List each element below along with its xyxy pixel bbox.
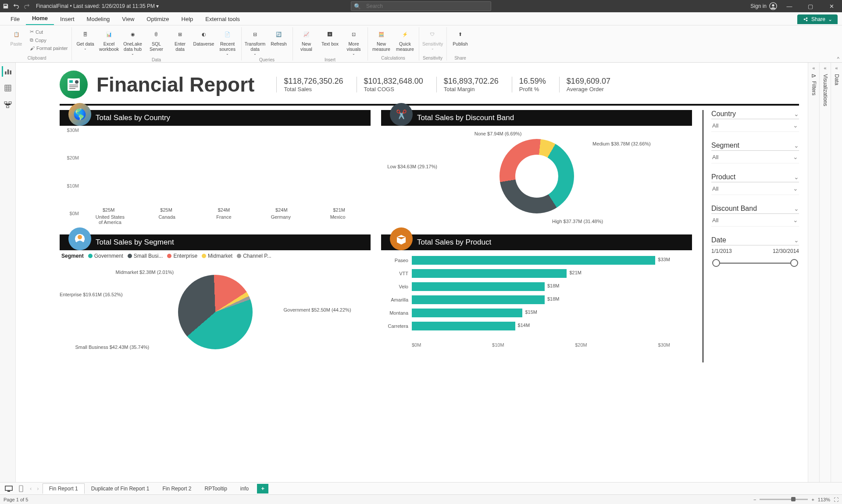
maximize-button[interactable]: ▢ bbox=[802, 0, 819, 12]
page-tab[interactable]: Duplicate of Fin Report 1 bbox=[85, 483, 156, 494]
tab-insert[interactable]: Insert bbox=[54, 13, 81, 25]
svg-rect-4 bbox=[10, 71, 11, 75]
format-painter-button[interactable]: 🖌Format painter bbox=[29, 45, 69, 52]
paste-button[interactable]: 📋Paste bbox=[5, 27, 27, 47]
chevron-down-icon[interactable] bbox=[794, 205, 799, 213]
filters-pane[interactable]: «∇Filters bbox=[808, 63, 819, 482]
enter-data-button[interactable]: ⊞Enter data bbox=[169, 27, 191, 53]
page-tab[interactable]: RPTooltip bbox=[198, 483, 233, 494]
next-page-button[interactable]: › bbox=[35, 485, 40, 492]
chevron-left-icon: « bbox=[835, 65, 838, 71]
mobile-layout-icon[interactable] bbox=[16, 484, 26, 493]
slicer-segment[interactable]: Segment All bbox=[711, 142, 799, 163]
tab-external[interactable]: External tools bbox=[199, 13, 246, 25]
tab-optimize[interactable]: Optimize bbox=[140, 13, 175, 25]
tab-view[interactable]: View bbox=[116, 13, 140, 25]
page-tab[interactable]: Fin Report 2 bbox=[156, 483, 198, 494]
zoom-in-button[interactable]: + bbox=[811, 497, 814, 502]
cut-button[interactable]: ✂Cut bbox=[29, 28, 69, 35]
page-tab[interactable]: info bbox=[234, 483, 255, 494]
ribbon-tabs: File Home Insert Modeling View Optimize … bbox=[0, 12, 842, 25]
quick-measure-button[interactable]: ⚡Quick measure bbox=[394, 27, 416, 53]
chevron-down-icon[interactable] bbox=[793, 217, 798, 224]
new-visual-button[interactable]: 📈New visual bbox=[296, 27, 318, 53]
enter-data-icon: ⊞ bbox=[174, 28, 186, 40]
slider-handle-right[interactable] bbox=[790, 259, 798, 267]
recent-sources-button[interactable]: 📄Recent sources⌄ bbox=[217, 27, 239, 57]
chart-country[interactable]: $0M$10M$20M$30M$25M$25M$24M$24M$21MUnite… bbox=[60, 126, 371, 227]
save-icon[interactable] bbox=[2, 2, 10, 10]
chevron-down-icon[interactable] bbox=[794, 236, 799, 244]
text-box-button[interactable]: 🅰Text box bbox=[319, 27, 341, 47]
date-slider[interactable] bbox=[711, 257, 799, 269]
panel-discount[interactable]: ✂️ Total Sales by Discount Band Medium $… bbox=[381, 110, 692, 227]
sql-icon: 🛢 bbox=[150, 28, 163, 40]
data-view-icon[interactable] bbox=[3, 83, 13, 93]
chevron-down-icon[interactable] bbox=[794, 173, 799, 181]
text-icon: 🅰 bbox=[324, 28, 336, 40]
status-bar: Page 1 of 5 − + 113% ⛶ bbox=[0, 494, 842, 504]
sensitivity-button[interactable]: 🛡Sensitivity⌄ bbox=[422, 27, 444, 51]
sql-button[interactable]: 🛢SQL Server bbox=[146, 27, 168, 53]
fit-page-button[interactable]: ⛶ bbox=[834, 497, 838, 502]
slider-handle-left[interactable] bbox=[712, 259, 720, 267]
get-data-button[interactable]: 🗄Get data⌄ bbox=[75, 27, 96, 51]
new-measure-button[interactable]: 🧮New measure bbox=[371, 27, 392, 53]
tab-home[interactable]: Home bbox=[26, 12, 54, 25]
onelake-button[interactable]: ◉OneLake data hub⌄ bbox=[122, 27, 144, 57]
add-page-button[interactable]: + bbox=[257, 484, 268, 493]
chevron-down-icon[interactable] bbox=[793, 153, 798, 160]
desktop-layout-icon[interactable] bbox=[4, 484, 14, 493]
close-button[interactable]: ✕ bbox=[823, 0, 840, 12]
report-view-icon[interactable] bbox=[2, 66, 12, 77]
excel-button[interactable]: 📊Excel workbook bbox=[98, 27, 120, 53]
zoom-slider[interactable] bbox=[760, 499, 808, 500]
visualizations-pane[interactable]: «Visualizations bbox=[819, 63, 831, 482]
panel-segment[interactable]: Total Sales by Segment SegmentGovernment… bbox=[60, 234, 371, 362]
slicer-country[interactable]: Country All bbox=[711, 110, 799, 132]
tab-file[interactable]: File bbox=[4, 13, 26, 25]
database-icon: 🗄 bbox=[79, 28, 92, 40]
chevron-down-icon[interactable] bbox=[794, 142, 799, 149]
chart-discount[interactable]: Medium $38.78M (32.66%)High $37.37M (31.… bbox=[381, 126, 692, 227]
signin-button[interactable]: Sign in bbox=[750, 2, 777, 10]
more-visuals-button[interactable]: ⊡More visuals⌄ bbox=[343, 27, 365, 57]
ribbon-collapse-button[interactable]: ^ bbox=[837, 56, 839, 61]
search-input[interactable] bbox=[364, 3, 491, 9]
panel-discount-title: Total Sales by Discount Band bbox=[417, 114, 514, 122]
dataverse-button[interactable]: ◐Dataverse bbox=[193, 27, 215, 47]
search-icon: 🔍 bbox=[351, 3, 364, 10]
model-view-icon[interactable] bbox=[3, 99, 13, 110]
publish-button[interactable]: ⬆Publish bbox=[450, 27, 471, 47]
transform-button[interactable]: ⊟Transform data⌄ bbox=[244, 27, 266, 57]
share-button[interactable]: Share ⌄ bbox=[797, 14, 838, 24]
panel-country[interactable]: 🌎 Total Sales by Country $0M$10M$20M$30M… bbox=[60, 110, 371, 227]
refresh-button[interactable]: 🔄Refresh bbox=[268, 27, 290, 47]
report-canvas[interactable]: Financial Report $118,726,350.26Total Sa… bbox=[16, 63, 808, 482]
brush-icon: 🖌 bbox=[30, 46, 35, 51]
chart-product[interactable]: Paseo$33MVTT$21MVelo$18MAmarilla$18MMont… bbox=[381, 250, 692, 351]
copy-button[interactable]: ⧉Copy bbox=[29, 36, 69, 44]
chevron-down-icon[interactable] bbox=[794, 110, 799, 118]
redo-icon[interactable] bbox=[23, 2, 31, 10]
panel-product[interactable]: Total Sales by Product Paseo$33MVTT$21MV… bbox=[381, 234, 692, 362]
zoom-out-button[interactable]: − bbox=[753, 497, 756, 502]
search-box[interactable]: 🔍 bbox=[351, 1, 491, 11]
undo-icon[interactable] bbox=[12, 2, 20, 10]
left-rail bbox=[0, 63, 16, 482]
minimize-button[interactable]: — bbox=[781, 0, 798, 12]
prev-page-button[interactable]: ‹ bbox=[28, 485, 33, 492]
slicer-date[interactable]: Date 1/1/201312/30/2014 bbox=[711, 236, 799, 269]
slicer-discount[interactable]: Discount Band All bbox=[711, 205, 799, 227]
data-pane[interactable]: «Data bbox=[831, 63, 842, 482]
svg-rect-2 bbox=[5, 71, 6, 75]
slicer-product[interactable]: Product All bbox=[711, 173, 799, 195]
tab-help[interactable]: Help bbox=[175, 13, 200, 25]
chevron-down-icon[interactable] bbox=[793, 122, 798, 129]
chart-segment[interactable]: Government $52.50M (44.22%)Small Busines… bbox=[60, 262, 371, 362]
chevron-down-icon[interactable] bbox=[793, 185, 798, 192]
chevron-left-icon: « bbox=[824, 65, 826, 71]
tab-modeling[interactable]: Modeling bbox=[81, 13, 116, 25]
page-tab[interactable]: Fin Report 1 bbox=[43, 483, 85, 494]
group-sens-label: Sensitivity bbox=[423, 55, 442, 60]
